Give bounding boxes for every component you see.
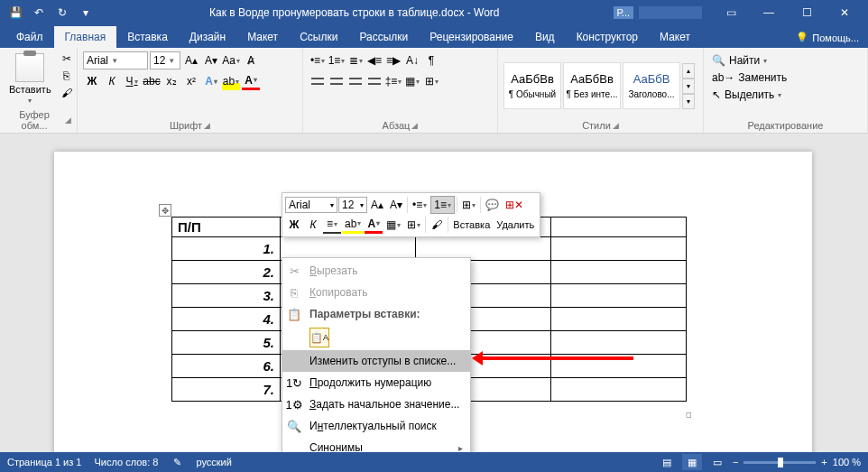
mini-borders-icon[interactable]: ⊞	[404, 216, 423, 234]
table-cell-number[interactable]: 7.	[172, 378, 281, 402]
styles-launcher-icon[interactable]: ◢	[613, 121, 619, 130]
ctx-smart-lookup[interactable]: 🔍Интеллектуальный поиск	[282, 415, 470, 437]
mini-font-combo[interactable]: Arial▾	[285, 197, 337, 213]
borders-icon[interactable]: ⊞	[422, 72, 440, 90]
style-normal[interactable]: АаБбВв¶ Обычный	[503, 62, 561, 109]
align-left-icon[interactable]	[309, 72, 327, 90]
tab-table-layout[interactable]: Макет	[649, 26, 701, 48]
status-page[interactable]: Страница 1 из 1	[7, 457, 81, 467]
mini-shading-icon[interactable]: ▦	[383, 216, 403, 234]
zoom-in-icon[interactable]: +	[821, 457, 826, 467]
find-button[interactable]: 🔍 Найти ▾	[711, 53, 788, 68]
replace-button[interactable]: ab→ Заменить	[711, 70, 788, 85]
dedent-icon[interactable]: ◀≡	[365, 51, 383, 69]
mini-delete-button[interactable]: Удалить	[494, 216, 537, 234]
paragraph-launcher-icon[interactable]: ◢	[411, 121, 418, 130]
redo-icon[interactable]: ↻	[52, 3, 72, 23]
mini-bold-button[interactable]: Ж	[285, 216, 303, 234]
save-icon[interactable]: 💾	[5, 3, 25, 23]
line-spacing-icon[interactable]: ‡≡	[384, 72, 402, 90]
zoom-out-icon[interactable]: −	[733, 457, 738, 467]
shading-icon[interactable]: ▦	[403, 72, 421, 90]
show-marks-icon[interactable]: ¶	[422, 51, 440, 69]
table-header-cell[interactable]: П/П	[172, 217, 281, 237]
qat-customize-icon[interactable]: ▾	[76, 3, 96, 23]
read-mode-icon[interactable]: ▤	[657, 454, 677, 470]
multilevel-icon[interactable]: ≣	[346, 51, 365, 69]
mini-shrink-font-icon[interactable]: A▾	[387, 196, 405, 214]
table-cell-number[interactable]: 3.	[172, 284, 281, 308]
bold-button[interactable]: Ж	[83, 72, 101, 90]
ctx-adjust-list-indents[interactable]: Изменить отступы в списке...	[282, 350, 470, 372]
style-heading1[interactable]: АаБбВЗаголово...	[623, 62, 680, 109]
styles-down-icon[interactable]: ▾	[682, 79, 695, 94]
mini-grow-font-icon[interactable]: A▴	[368, 196, 386, 214]
mini-delete-table-icon[interactable]: ⊞✕	[503, 196, 526, 214]
ctx-set-numbering-value[interactable]: 1⚙Задать начальное значение...	[282, 393, 470, 415]
ctx-cut[interactable]: ✂Вырезать	[282, 260, 470, 282]
change-case-icon[interactable]: Aa	[222, 51, 240, 69]
mini-size-combo[interactable]: 12▾	[338, 197, 367, 213]
shrink-font-icon[interactable]: A▾	[202, 51, 220, 69]
tab-mailings[interactable]: Рассылки	[348, 26, 419, 48]
text-effects-icon[interactable]: A	[202, 72, 220, 90]
mini-highlight-icon[interactable]: ab	[342, 216, 364, 234]
font-name-combo[interactable]: Arial▾	[83, 51, 148, 69]
spellcheck-icon[interactable]: ✎	[171, 456, 183, 468]
mini-italic-button[interactable]: К	[304, 216, 322, 234]
format-painter-icon[interactable]: 🖌	[59, 86, 75, 100]
styles-more-icon[interactable]: ▾	[682, 94, 695, 109]
bullets-icon[interactable]: •≡	[309, 51, 327, 69]
superscript-button[interactable]: x²	[182, 72, 200, 90]
sort-icon[interactable]: A↓	[403, 51, 421, 69]
mini-insert-button[interactable]: Вставка	[450, 216, 493, 234]
ribbon-options-icon[interactable]: ▭	[713, 2, 749, 23]
tab-home[interactable]: Главная	[54, 26, 117, 48]
tab-file[interactable]: Файл	[5, 26, 54, 48]
mini-new-comment-icon[interactable]: 💬	[483, 196, 502, 214]
status-language[interactable]: русский	[196, 457, 231, 467]
align-center-icon[interactable]	[328, 72, 346, 90]
table-resize-handle-icon[interactable]: ◻	[682, 408, 695, 421]
minimize-icon[interactable]: —	[751, 2, 787, 23]
copy-icon[interactable]: ⎘	[59, 69, 75, 83]
styles-up-icon[interactable]: ▴	[682, 63, 695, 79]
underline-button[interactable]: Ч	[123, 72, 141, 90]
align-right-icon[interactable]	[346, 72, 365, 90]
mini-table-style-icon[interactable]: ⊞	[459, 196, 478, 214]
undo-icon[interactable]: ↶	[29, 3, 49, 23]
web-layout-icon[interactable]: ▭	[707, 454, 727, 470]
mini-underline-icon[interactable]: ≡	[323, 216, 341, 234]
font-size-combo[interactable]: 12▾	[150, 51, 180, 69]
print-layout-icon[interactable]: ▦	[682, 454, 702, 470]
table-cell-number[interactable]: 6.	[172, 355, 281, 378]
grow-font-icon[interactable]: A▴	[182, 51, 200, 69]
tab-references[interactable]: Ссылки	[289, 26, 348, 48]
table-cell-number[interactable]: 2.	[172, 261, 281, 284]
table-cell-number[interactable]: 1.	[172, 237, 281, 261]
tab-design[interactable]: Дизайн	[179, 26, 236, 48]
subscript-button[interactable]: x₂	[162, 72, 180, 90]
clipboard-launcher-icon[interactable]: ◢	[65, 116, 71, 125]
indent-icon[interactable]: ≡▶	[384, 51, 402, 69]
table-move-handle-icon[interactable]: ✥	[159, 204, 171, 217]
ctx-copy[interactable]: ⎘Копировать	[282, 282, 470, 303]
tab-insert[interactable]: Вставка	[116, 26, 179, 48]
cut-icon[interactable]: ✂	[59, 51, 75, 66]
tab-layout[interactable]: Макет	[236, 26, 289, 48]
table-cell-number[interactable]: 5.	[172, 331, 281, 355]
font-color-icon[interactable]: A	[242, 72, 260, 90]
mini-format-painter-icon[interactable]: 🖌	[428, 216, 446, 234]
mini-bullets-icon[interactable]: •≡	[410, 196, 429, 214]
tab-view[interactable]: Вид	[524, 26, 566, 48]
zoom-slider[interactable]	[743, 461, 816, 464]
italic-button[interactable]: К	[103, 72, 121, 90]
style-no-spacing[interactable]: АаБбВв¶ Без инте...	[563, 62, 621, 109]
user-badge[interactable]: Р...	[614, 6, 633, 19]
tab-review[interactable]: Рецензирование	[419, 26, 524, 48]
paste-keep-source-icon[interactable]: 📋A	[309, 328, 329, 347]
strike-button[interactable]: abc	[143, 72, 161, 90]
mini-numbering-icon[interactable]: 1≡	[430, 196, 455, 214]
tell-me[interactable]: 💡 Помощь...	[787, 27, 868, 48]
tab-table-design[interactable]: Конструктор	[566, 26, 649, 48]
